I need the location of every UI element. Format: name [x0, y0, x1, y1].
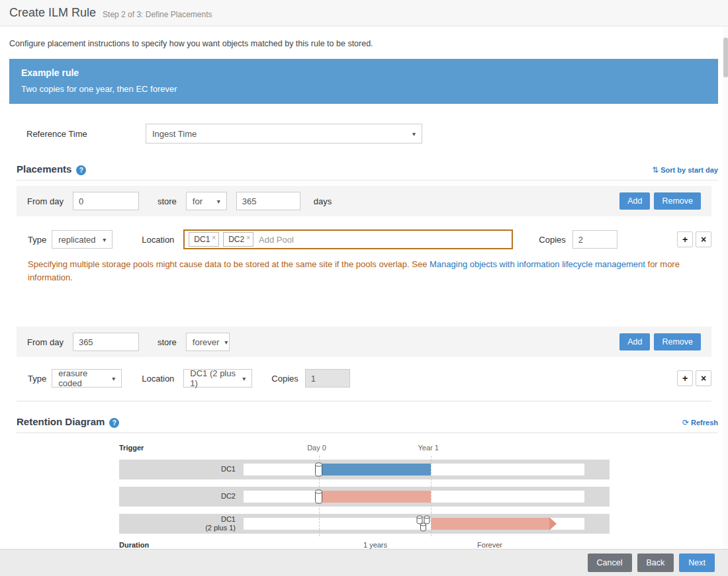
pool-tag-dc2: DC2 ×: [223, 232, 253, 247]
storage-cylinder-icon: [314, 489, 323, 506]
chevron-down-icon: ▾: [103, 236, 106, 243]
reference-time-label: Reference Time: [26, 129, 146, 139]
type-select[interactable]: replicated ▾: [52, 230, 113, 249]
add-placement-button[interactable]: Add: [619, 333, 650, 350]
chevron-down-icon: ▾: [224, 339, 228, 346]
year1-axis-label: Year 1: [418, 444, 439, 452]
one-year-axis-label: 1 years: [363, 541, 387, 549]
add-placement-button[interactable]: Add: [619, 192, 650, 210]
back-button[interactable]: Back: [637, 554, 674, 572]
intro-text: Configure placement instructions to spec…: [9, 39, 717, 48]
chevron-down-icon: ▾: [217, 198, 220, 205]
sort-by-start-day-link[interactable]: ⇅ Sort by start day: [652, 165, 718, 175]
diagram-row-sublabel: (2 plus 1): [205, 524, 236, 533]
from-day-label: From day: [27, 337, 64, 347]
location-label: Location: [142, 235, 174, 245]
next-button[interactable]: Next: [679, 554, 715, 572]
diagram-row-label: DC1: [221, 465, 236, 474]
ilm-docs-link[interactable]: Managing objects with information lifecy…: [430, 259, 645, 269]
remove-placement-button[interactable]: Remove: [654, 333, 701, 350]
ec-bar-dc1: [431, 518, 549, 530]
scrollbar-track[interactable]: [723, 27, 728, 549]
copies-label: Copies: [539, 235, 565, 245]
from-day-label: From day: [27, 196, 64, 206]
replicated-bar-dc2: [319, 491, 431, 503]
store-mode-select[interactable]: forever ▾: [186, 333, 230, 351]
store-label: store: [158, 337, 177, 347]
location-label: Location: [142, 374, 174, 384]
diagram-top-labels: Trigger Day 0 Year 1: [119, 444, 610, 456]
reference-time-value: Ingest Time: [152, 129, 197, 139]
store-label: store: [158, 196, 177, 206]
location-pool-input[interactable]: DC1 × DC2 × Add Pool: [183, 229, 513, 249]
storage-cylinder-icon: [314, 462, 323, 479]
chevron-down-icon: ▾: [242, 375, 246, 382]
delete-rule-line-button[interactable]: ×: [696, 370, 711, 386]
page-step-subtitle: Step 2 of 3: Define Placements: [103, 7, 212, 19]
from-day-input[interactable]: [73, 333, 139, 351]
forever-axis-label: Forever: [477, 541, 502, 549]
copies-label: Copies: [271, 374, 298, 384]
sort-icon: ⇅: [652, 165, 659, 175]
year1-gridline: [431, 456, 432, 536]
remove-tag-icon[interactable]: ×: [246, 235, 250, 241]
chevron-down-icon: ▾: [412, 130, 416, 138]
help-icon[interactable]: ?: [76, 165, 86, 175]
trigger-label: Trigger: [119, 444, 144, 452]
cancel-button[interactable]: Cancel: [588, 554, 632, 572]
store-mode-select[interactable]: for ▾: [186, 192, 227, 210]
diagram-row-dc2: DC2: [119, 487, 610, 507]
page-header: Create ILM Rule Step 2 of 3: Define Plac…: [0, 0, 728, 26]
retention-diagram-heading: Retention Diagram: [17, 416, 105, 427]
placements-heading: Placements: [17, 163, 71, 175]
erasure-coded-cylinders-icon: [416, 515, 431, 534]
add-pool-placeholder: Add Pool: [259, 235, 294, 245]
page-title: Create ILM Rule: [9, 6, 96, 20]
diagram-row-label: DC2: [221, 492, 236, 501]
retention-diagram: Trigger Day 0 Year 1 DC1 DC2: [119, 444, 610, 552]
example-rule-panel: Example rule Two copies for one year, th…: [9, 59, 718, 104]
days-label: days: [314, 196, 332, 206]
type-select[interactable]: erasure coded ▾: [52, 369, 122, 388]
remove-placement-button[interactable]: Remove: [654, 192, 701, 210]
reference-time-row: Reference Time Ingest Time ▾: [26, 124, 718, 144]
diagram-row-label: DC1: [221, 515, 236, 524]
type-label: Type: [28, 235, 46, 245]
duration-days-input[interactable]: [236, 192, 300, 210]
forever-arrow-icon: [549, 517, 557, 530]
copies-input[interactable]: [572, 230, 617, 249]
multiple-pools-warning: Specifying multiple storage pools might …: [28, 258, 702, 284]
placement-row-1: From day store for ▾ days Add Remove: [17, 186, 711, 216]
refresh-icon: ⟳: [682, 418, 689, 427]
placement-row-2: From day store forever ▾ Add Remove: [17, 327, 711, 357]
duration-label: Duration: [119, 541, 149, 549]
retention-section-head: Retention Diagram ? ⟳ Refresh: [17, 416, 718, 433]
diagram-row-dc1-ec: DC1 (2 plus 1): [119, 514, 610, 534]
example-rule-title: Example rule: [21, 67, 706, 78]
add-rule-line-button[interactable]: +: [677, 231, 693, 247]
copies-input-disabled: [305, 369, 350, 388]
placement-1-type-row: Type replicated ▾ Location DC1 × DC2 × A…: [28, 229, 711, 249]
reference-time-select[interactable]: Ingest Time ▾: [146, 124, 422, 144]
day0-axis-label: Day 0: [307, 444, 326, 452]
type-label: Type: [28, 374, 46, 384]
chevron-down-icon: ▾: [112, 375, 115, 382]
wizard-footer: Cancel Back Next: [0, 549, 728, 576]
diagram-rows: DC1 DC2: [119, 460, 610, 534]
add-rule-line-button[interactable]: +: [677, 370, 693, 386]
placement-2-type-row: Type erasure coded ▾ Location DC1 (2 plu…: [28, 369, 711, 388]
example-rule-description: Two copies for one year, then EC forever: [21, 84, 706, 94]
delete-rule-line-button[interactable]: ×: [696, 231, 711, 247]
location-select[interactable]: DC1 (2 plus 1) ▾: [183, 369, 252, 388]
help-icon[interactable]: ?: [109, 418, 119, 428]
diagram-row-dc1: DC1: [119, 460, 610, 479]
replicated-bar-dc1: [319, 464, 431, 475]
scrollbar-thumb[interactable]: [723, 38, 728, 77]
refresh-link[interactable]: ⟳ Refresh: [682, 418, 718, 427]
remove-tag-icon[interactable]: ×: [212, 235, 216, 241]
placements-section-head: Placements ? ⇅ Sort by start day: [17, 163, 718, 181]
section-divider: [17, 401, 711, 401]
pool-tag-dc1: DC1 ×: [189, 232, 219, 247]
from-day-input[interactable]: [73, 192, 139, 210]
